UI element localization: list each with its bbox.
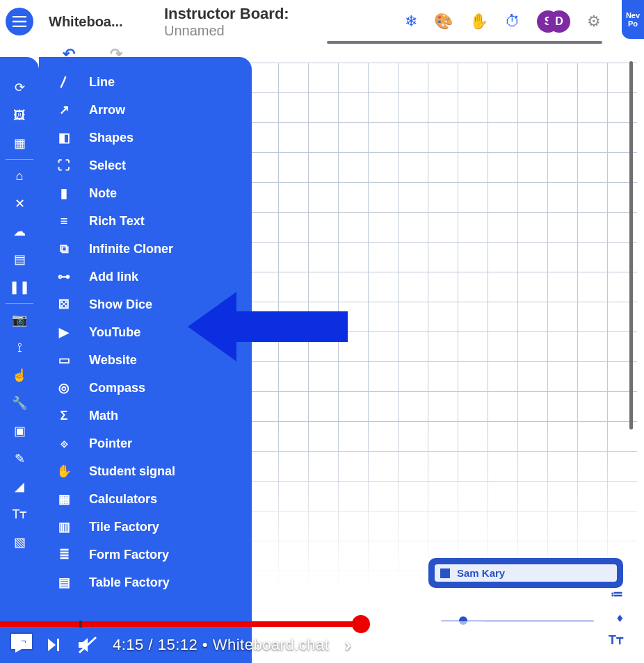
participant-color-swatch [440, 568, 450, 578]
menu-item-line[interactable]: 〳Line [39, 68, 252, 96]
time-sep: / [144, 636, 158, 653]
menu-button[interactable] [6, 8, 33, 35]
shapes-icon: ◧ [56, 130, 72, 145]
cloud-download-icon[interactable]: ☁ [0, 218, 39, 245]
cursor-click-icon[interactable]: ⟟ [0, 334, 39, 361]
rail-separator [6, 159, 33, 160]
whiteboard-title: Whiteboa... [49, 14, 132, 30]
header-divider [327, 41, 602, 44]
new-page-button[interactable]: Nev Po [622, 0, 644, 39]
menu-item-label: Calculators [89, 492, 157, 507]
menu-item-pointer[interactable]: ⟐Pointer [39, 429, 252, 457]
book-icon[interactable]: ▤ [0, 245, 39, 273]
table-icon: ▤ [56, 575, 72, 590]
video-timecode: 4:15 / 15:12 • Whiteboard.chat [113, 636, 329, 654]
chapter-next-button[interactable]: › [344, 634, 351, 656]
link-icon: ⊶ [56, 269, 72, 284]
snowflake-icon[interactable]: ❄ [405, 13, 417, 31]
menu-item-youtube[interactable]: ▶YouTube [39, 318, 252, 346]
grid-icon[interactable]: ▦ [0, 129, 39, 157]
avatar-stack[interactable]: S D [537, 10, 570, 33]
time-bullet: • [198, 636, 212, 653]
touch-icon[interactable]: ☝ [0, 361, 39, 389]
menu-item-select[interactable]: ⛶Select [39, 152, 252, 179]
calculator-icon: ▦ [56, 491, 72, 507]
menu-item-rich-text[interactable]: ≡Rich Text [39, 207, 252, 235]
menu-item-shapes[interactable]: ◧Shapes [39, 124, 252, 152]
mute-button[interactable] [78, 636, 97, 654]
menu-item-label: Pointer [89, 436, 132, 451]
menu-item-student-signal[interactable]: ✋Student signal [39, 457, 252, 485]
rich-text-icon: ≡ [56, 214, 72, 229]
menu-item-form-factory[interactable]: ≣Form Factory [39, 541, 252, 568]
settings-gear-icon[interactable]: ⚙ [587, 13, 601, 31]
hand-raise-icon[interactable]: ✋ [469, 13, 488, 31]
left-toolbar: ⟳🖼▦⌂✕☁▤❚❚📷⟟☝🔧▣✎◢Tᴛ▧ [0, 68, 39, 663]
note-icon: ▮ [56, 186, 72, 201]
menu-item-tile-factory[interactable]: ▥Tile Factory [39, 513, 252, 541]
menu-item-label: Student signal [89, 464, 175, 479]
video-progress-bar[interactable] [0, 621, 644, 627]
menu-item-website[interactable]: ▭Website [39, 346, 252, 374]
time-current: 4:15 [113, 636, 144, 653]
picture-icon[interactable]: ▣ [0, 417, 39, 445]
youtube-icon: ▶ [56, 325, 72, 340]
close-icon[interactable]: ✕ [0, 190, 39, 218]
video-title: Whiteboard.chat [213, 636, 330, 653]
pause-icon[interactable]: ❚❚ [0, 273, 39, 301]
menu-item-math[interactable]: ΣMath [39, 402, 252, 429]
play-button[interactable] [13, 636, 31, 654]
participant-card[interactable]: Sam Kary [428, 558, 623, 588]
list-toggle-icon[interactable]: ≔ [611, 587, 623, 602]
text-tool-icon[interactable]: Tᴛ [0, 500, 39, 528]
avatar[interactable]: D [548, 10, 570, 33]
refresh-icon[interactable]: ⟳ [0, 74, 39, 101]
app-header: Whiteboa... Instructor Board: Unnamed ❄ … [0, 0, 644, 43]
menu-item-table-factory[interactable]: ▤Table Factory [39, 568, 252, 596]
menu-item-label: Compass [89, 381, 145, 395]
menu-item-label: Website [89, 353, 137, 368]
menu-item-arrow[interactable]: ↗Arrow [39, 96, 252, 124]
home-icon[interactable]: ⌂ [0, 162, 39, 190]
menu-item-infinite-cloner[interactable]: ⧉Infinite Cloner [39, 235, 252, 263]
board-name: Unnamed [164, 23, 289, 39]
palette-icon[interactable]: 🎨 [434, 13, 453, 31]
next-button[interactable] [46, 637, 63, 653]
menu-item-label: Tile Factory [89, 520, 159, 534]
menu-item-label: Infinite Cloner [89, 242, 173, 256]
menu-item-label: Arrow [89, 103, 125, 117]
timer-icon[interactable]: ⏱ [505, 13, 520, 31]
menu-item-calculators[interactable]: ▦Calculators [39, 485, 252, 513]
instructor-board-label: Instructor Board: [164, 5, 289, 23]
time-duration: 15:12 [158, 636, 198, 653]
menu-item-compass[interactable]: ◎Compass [39, 374, 252, 402]
svg-rect-3 [57, 639, 59, 651]
svg-marker-1 [15, 637, 29, 653]
menu-item-label: Math [89, 409, 118, 423]
image-stack-icon[interactable]: 🖼 [0, 101, 39, 129]
dice-icon: ⚄ [56, 297, 72, 312]
menu-item-label: Select [89, 158, 126, 173]
math-icon: Σ [56, 409, 72, 423]
tools-flyout-menu: 〳Line↗Arrow◧Shapes⛶Select▮Note≡Rich Text… [39, 68, 252, 663]
menu-item-add-link[interactable]: ⊶Add link [39, 263, 252, 290]
hand-icon: ✋ [56, 464, 72, 479]
pencil-icon[interactable]: ✎ [0, 445, 39, 473]
menu-item-note[interactable]: ▮Note [39, 179, 252, 207]
scrollbar[interactable] [629, 61, 633, 429]
compass-icon: ◎ [56, 380, 72, 395]
eraser-icon[interactable]: ◢ [0, 473, 39, 500]
progress-played [0, 621, 361, 627]
cloner-icon: ⧉ [56, 242, 72, 256]
select-icon: ⛶ [56, 158, 72, 173]
camera-icon[interactable]: 📷 [0, 306, 39, 334]
menu-item-label: Note [89, 186, 117, 201]
video-controls: 4:15 / 15:12 • Whiteboard.chat › [0, 627, 644, 663]
line-icon: 〳 [56, 75, 72, 90]
menu-item-label: YouTube [89, 325, 140, 340]
menu-item-label: Table Factory [89, 575, 170, 590]
wrench-icon[interactable]: 🔧 [0, 389, 39, 417]
menu-item-show-dice[interactable]: ⚄Show Dice [39, 290, 252, 318]
play-icon [13, 636, 31, 654]
marquee-icon[interactable]: ▧ [0, 528, 39, 556]
